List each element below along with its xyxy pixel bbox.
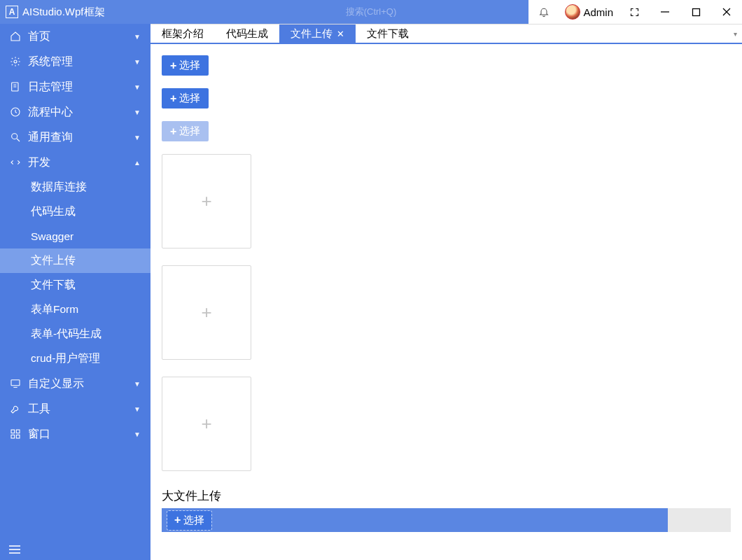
- code-icon: [10, 157, 21, 168]
- chevron-down-icon: ▼: [134, 405, 141, 413]
- tab-download[interactable]: 文件下载: [356, 24, 420, 43]
- sidebar-sub-form[interactable]: 表单Form: [0, 298, 150, 322]
- title-bar: A AIStudio.Wpf框架 搜索(Ctrl+Q) Admin: [0, 0, 742, 24]
- chevron-down-icon: ▼: [134, 58, 141, 66]
- svg-rect-11: [11, 380, 20, 386]
- plus-icon: +: [201, 413, 211, 435]
- plus-icon: +: [201, 302, 211, 323]
- sidebar-item-home[interactable]: 首页 ▼: [0, 24, 150, 49]
- sidebar-item-custom-display[interactable]: 自定义显示 ▼: [0, 371, 150, 396]
- sidebar-item-label: 工具: [28, 402, 50, 416]
- sidebar-sub-swagger[interactable]: Swagger: [0, 224, 150, 248]
- sidebar-item-label: 文件上传: [31, 253, 76, 268]
- close-icon: [722, 7, 732, 17]
- svg-rect-1: [692, 8, 699, 15]
- select-button-2[interactable]: +选择: [162, 88, 209, 108]
- big-upload-bar: +选择: [162, 508, 731, 532]
- svg-rect-14: [16, 430, 20, 433]
- big-upload-select-button[interactable]: +选择: [167, 511, 211, 530]
- sidebar-sub-form-codegen[interactable]: 表单-代码生成: [0, 322, 150, 346]
- tab-label: 框架介绍: [162, 27, 204, 41]
- sidebar-sub-download[interactable]: 文件下载: [0, 273, 150, 298]
- sidebar-sub-db-connect[interactable]: 数据库连接: [0, 175, 150, 200]
- big-upload-remainder: [668, 508, 731, 532]
- svg-line-10: [17, 139, 20, 141]
- tab-upload[interactable]: 文件上传✕: [279, 24, 356, 43]
- home-icon: [10, 31, 21, 42]
- maximize-button[interactable]: [680, 0, 711, 24]
- sidebar-item-label: 日志管理: [28, 80, 73, 94]
- svg-point-9: [12, 134, 18, 139]
- user-menu[interactable]: Admin: [559, 4, 619, 20]
- notifications-button[interactable]: [528, 0, 559, 24]
- plus-icon: +: [170, 60, 176, 71]
- sidebar-item-dev[interactable]: 开发 ▲: [0, 150, 150, 175]
- user-name: Admin: [583, 6, 613, 18]
- tab-bar: 框架介绍 代码生成 文件上传✕ 文件下载 ▾: [150, 24, 742, 44]
- close-icon[interactable]: ✕: [337, 29, 344, 39]
- menu-icon: [8, 545, 21, 554]
- sidebar-sub-crud-users[interactable]: crud-用户管理: [0, 346, 150, 371]
- tab-label: 文件上传: [290, 27, 332, 41]
- upload-dropzone-2[interactable]: +: [162, 265, 251, 360]
- chevron-down-icon: ▼: [134, 83, 141, 91]
- svg-rect-16: [16, 435, 20, 438]
- sidebar-item-query[interactable]: 通用查询 ▼: [0, 125, 150, 150]
- upload-dropzone-3[interactable]: +: [162, 377, 251, 471]
- sidebar-item-label: 表单-代码生成: [31, 327, 102, 342]
- sidebar-sub-codegen[interactable]: 代码生成: [0, 200, 150, 224]
- sidebar-item-tools[interactable]: 工具 ▼: [0, 396, 150, 421]
- plus-icon: +: [170, 126, 176, 137]
- tab-overflow-button[interactable]: ▾: [728, 24, 742, 43]
- sidebar-item-label: 数据库连接: [31, 180, 87, 195]
- clock-icon: [10, 106, 21, 118]
- avatar: [565, 4, 580, 20]
- fullscreen-button[interactable]: [619, 0, 650, 24]
- button-label: 选择: [183, 514, 204, 527]
- select-button-1[interactable]: +选择: [162, 55, 209, 76]
- sidebar: 首页 ▼ 系统管理 ▼ 日志管理 ▼ 流程中心 ▼ 通用查询 ▼ 开发 ▲ 数据…: [0, 24, 150, 560]
- chevron-down-icon: ▼: [134, 108, 141, 116]
- tab-framework-intro[interactable]: 框架介绍: [150, 24, 215, 43]
- sidebar-item-workflow[interactable]: 流程中心 ▼: [0, 99, 150, 125]
- sidebar-collapse-button[interactable]: [8, 545, 21, 554]
- sidebar-item-window[interactable]: 窗口 ▼: [0, 421, 150, 447]
- upload-dropzone-1[interactable]: +: [162, 154, 251, 248]
- sidebar-item-system[interactable]: 系统管理 ▼: [0, 49, 150, 74]
- sidebar-sub-upload[interactable]: 文件上传: [0, 248, 150, 273]
- gear-icon: [10, 56, 21, 67]
- chevron-down-icon: ▼: [134, 380, 141, 388]
- minimize-icon: [660, 7, 670, 17]
- monitor-icon: [10, 378, 21, 389]
- app-title: AIStudio.Wpf框架: [22, 6, 105, 19]
- close-button[interactable]: [711, 0, 742, 24]
- sidebar-item-label: 窗口: [28, 427, 50, 442]
- sidebar-item-label: 系统管理: [28, 55, 73, 69]
- chevron-up-icon: ▲: [134, 159, 141, 167]
- search-icon: [10, 132, 21, 143]
- minimize-button[interactable]: [650, 0, 680, 24]
- sidebar-item-label: 文件下载: [31, 278, 76, 293]
- grid-icon: [10, 428, 21, 440]
- sidebar-item-label: 流程中心: [28, 105, 73, 120]
- plus-icon: +: [174, 514, 181, 526]
- sidebar-item-label: 表单Form: [31, 302, 78, 317]
- sidebar-item-label: 自定义显示: [28, 377, 84, 391]
- maximize-icon: [692, 8, 701, 17]
- svg-rect-13: [11, 430, 15, 433]
- svg-point-4: [14, 60, 17, 63]
- tab-codegen[interactable]: 代码生成: [215, 24, 279, 43]
- chevron-down-icon: ▼: [134, 33, 141, 41]
- plus-icon: +: [201, 190, 211, 212]
- sidebar-item-label: 首页: [28, 29, 50, 44]
- select-button-3[interactable]: +选择: [162, 121, 209, 141]
- app-logo: A: [6, 6, 18, 18]
- log-icon: [10, 81, 21, 92]
- sidebar-item-label: 代码生成: [31, 204, 76, 219]
- tab-label: 文件下载: [367, 27, 409, 41]
- sidebar-item-logs[interactable]: 日志管理 ▼: [0, 74, 150, 99]
- wrench-icon: [10, 403, 21, 414]
- button-label: 选择: [179, 125, 200, 138]
- tab-label: 代码生成: [226, 27, 268, 41]
- search-input[interactable]: 搜索(Ctrl+Q): [337, 4, 405, 20]
